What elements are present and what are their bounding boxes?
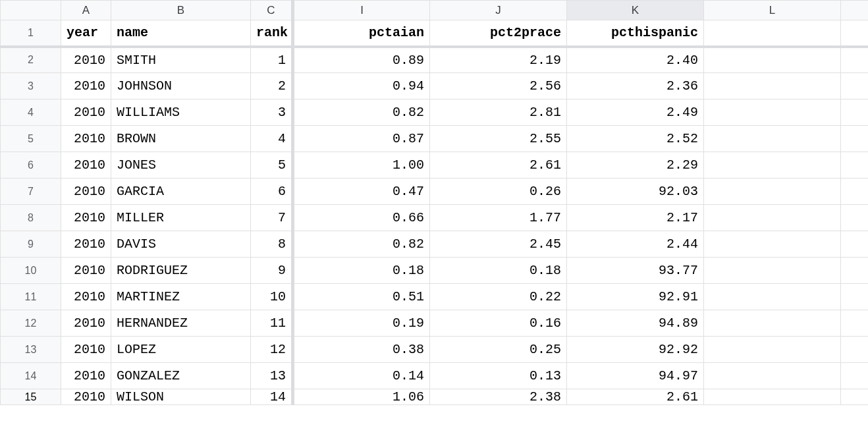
cell-pctaian[interactable]: 0.47: [293, 179, 430, 205]
cell-name-header[interactable]: name: [111, 20, 251, 47]
col-header-m[interactable]: [841, 1, 869, 20]
cell-empty[interactable]: [704, 389, 841, 405]
cell-name[interactable]: WILLIAMS: [111, 99, 251, 126]
cell-pctaian[interactable]: 1.06: [293, 389, 430, 405]
cell-empty[interactable]: [841, 126, 869, 152]
cell-rank[interactable]: 11: [251, 310, 293, 337]
row-header[interactable]: 4: [1, 99, 61, 126]
cell-pctaian-header[interactable]: pctaian: [293, 20, 430, 47]
cell-pctaian[interactable]: 0.89: [293, 47, 430, 73]
cell-pct2prace[interactable]: 0.18: [430, 258, 567, 284]
cell-pct2prace[interactable]: 2.45: [430, 231, 567, 258]
cell-empty[interactable]: [841, 205, 869, 231]
col-header-c[interactable]: C: [251, 1, 293, 20]
cell-pct2prace[interactable]: 2.56: [430, 73, 567, 99]
cell-pcthispanic[interactable]: 2.29: [567, 152, 704, 179]
cell-empty[interactable]: [704, 363, 841, 389]
cell-pctaian[interactable]: 0.94: [293, 73, 430, 99]
table-row[interactable]: 132010LOPEZ120.380.2592.92: [1, 337, 869, 363]
row-header[interactable]: 1: [1, 20, 61, 47]
table-row[interactable]: 42010WILLIAMS30.822.812.49: [1, 99, 869, 126]
table-row[interactable]: 82010MILLER70.661.772.17: [1, 205, 869, 231]
col-header-k[interactable]: K: [567, 1, 704, 20]
cell-rank[interactable]: 8: [251, 231, 293, 258]
cell-pct2prace[interactable]: 2.19: [430, 47, 567, 73]
cell-rank[interactable]: 13: [251, 363, 293, 389]
cell-pctaian[interactable]: 0.38: [293, 337, 430, 363]
column-header-row[interactable]: A B C I J K L: [1, 1, 869, 20]
cell-year[interactable]: 2010: [61, 363, 111, 389]
cell-pcthispanic[interactable]: 2.52: [567, 126, 704, 152]
row-header[interactable]: 8: [1, 205, 61, 231]
cell-empty[interactable]: [704, 258, 841, 284]
table-row[interactable]: 152010WILSON141.062.382.61: [1, 389, 869, 405]
cell-pctaian[interactable]: 0.82: [293, 231, 430, 258]
cell-pctaian[interactable]: 0.51: [293, 284, 430, 310]
cell-year-header[interactable]: year: [61, 20, 111, 47]
cell-year[interactable]: 2010: [61, 258, 111, 284]
cell-pcthispanic[interactable]: 92.91: [567, 284, 704, 310]
cell-pcthispanic[interactable]: 2.36: [567, 73, 704, 99]
cell-pcthispanic[interactable]: 94.89: [567, 310, 704, 337]
table-row[interactable]: 72010GARCIA60.470.2692.03: [1, 179, 869, 205]
frozen-header-row[interactable]: 1 year name rank pctaian pct2prace pcthi…: [1, 20, 869, 47]
cell-year[interactable]: 2010: [61, 389, 111, 405]
row-header[interactable]: 12: [1, 310, 61, 337]
cell-empty[interactable]: [841, 99, 869, 126]
cell-pct2prace[interactable]: 0.22: [430, 284, 567, 310]
cell-empty[interactable]: [704, 47, 841, 73]
cell-empty[interactable]: [841, 389, 869, 405]
cell-empty[interactable]: [841, 231, 869, 258]
cell-rank[interactable]: 9: [251, 258, 293, 284]
cell-name[interactable]: MARTINEZ: [111, 284, 251, 310]
cell-empty[interactable]: [704, 126, 841, 152]
cell-empty[interactable]: [841, 310, 869, 337]
cell-rank[interactable]: 3: [251, 99, 293, 126]
cell-pctaian[interactable]: 0.19: [293, 310, 430, 337]
row-header[interactable]: 2: [1, 47, 61, 73]
cell-pctaian[interactable]: 1.00: [293, 152, 430, 179]
cell-rank[interactable]: 10: [251, 284, 293, 310]
row-header[interactable]: 10: [1, 258, 61, 284]
cell-empty[interactable]: [704, 20, 841, 47]
cell-pcthispanic[interactable]: 93.77: [567, 258, 704, 284]
cell-rank[interactable]: 5: [251, 152, 293, 179]
cell-name[interactable]: HERNANDEZ: [111, 310, 251, 337]
row-header[interactable]: 14: [1, 363, 61, 389]
cell-name[interactable]: GARCIA: [111, 179, 251, 205]
cell-year[interactable]: 2010: [61, 152, 111, 179]
cell-name[interactable]: JONES: [111, 152, 251, 179]
cell-name[interactable]: WILSON: [111, 389, 251, 405]
cell-pcthispanic-header[interactable]: pcthispanic: [567, 20, 704, 47]
cell-empty[interactable]: [841, 337, 869, 363]
cell-pct2prace[interactable]: 0.13: [430, 363, 567, 389]
cell-name[interactable]: BROWN: [111, 126, 251, 152]
cell-pcthispanic[interactable]: 2.44: [567, 231, 704, 258]
cell-empty[interactable]: [841, 47, 869, 73]
cell-empty[interactable]: [841, 284, 869, 310]
cell-year[interactable]: 2010: [61, 284, 111, 310]
cell-year[interactable]: 2010: [61, 231, 111, 258]
cell-pcthispanic[interactable]: 2.49: [567, 99, 704, 126]
col-header-i[interactable]: I: [293, 1, 430, 20]
cell-empty[interactable]: [704, 179, 841, 205]
col-header-l[interactable]: L: [704, 1, 841, 20]
cell-empty[interactable]: [841, 258, 869, 284]
col-header-j[interactable]: J: [430, 1, 567, 20]
cell-rank[interactable]: 12: [251, 337, 293, 363]
cell-year[interactable]: 2010: [61, 205, 111, 231]
table-row[interactable]: 32010JOHNSON20.942.562.36: [1, 73, 869, 99]
cell-rank[interactable]: 6: [251, 179, 293, 205]
cell-pct2prace[interactable]: 0.25: [430, 337, 567, 363]
cell-pcthispanic[interactable]: 92.92: [567, 337, 704, 363]
cell-year[interactable]: 2010: [61, 73, 111, 99]
cell-year[interactable]: 2010: [61, 310, 111, 337]
cell-empty[interactable]: [841, 363, 869, 389]
cell-empty[interactable]: [704, 284, 841, 310]
cell-name[interactable]: RODRIGUEZ: [111, 258, 251, 284]
cell-empty[interactable]: [704, 152, 841, 179]
row-header[interactable]: 3: [1, 73, 61, 99]
cell-pctaian[interactable]: 0.66: [293, 205, 430, 231]
row-header[interactable]: 6: [1, 152, 61, 179]
cell-pct2prace[interactable]: 2.61: [430, 152, 567, 179]
